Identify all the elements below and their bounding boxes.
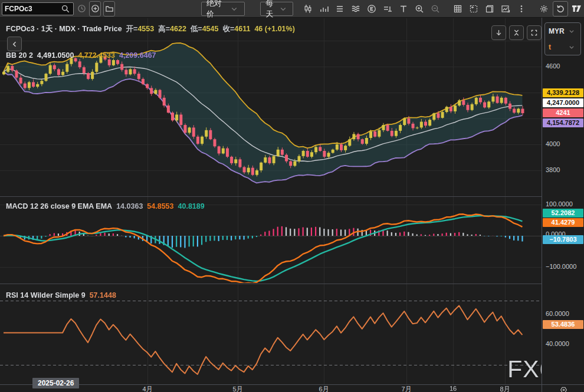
pane-buttons: [491, 25, 542, 40]
scroll-down-button[interactable]: [491, 25, 506, 40]
line-tools-button[interactable]: [349, 2, 363, 16]
chart-application: 绝对价 每天: [0, 0, 584, 392]
time-axis-settings-button[interactable]: [558, 384, 569, 392]
history-clock-button[interactable]: [76, 2, 87, 16]
currency-select[interactable]: MYR: [545, 23, 580, 39]
maximize-icon: [529, 28, 540, 38]
price-mode-select[interactable]: 绝对价: [201, 2, 245, 16]
symbol-legend[interactable]: FCPOc3 · 1天 · MDX · Trade Price 开=4553 高…: [6, 24, 295, 34]
grid-icon: [452, 4, 463, 14]
time-axis-label: 8月: [500, 385, 510, 392]
rsi-value-badge: 53.4836: [543, 320, 583, 329]
price-mode-label: 绝对价: [206, 0, 229, 19]
time-axis[interactable]: 4月5月6月7月168月: [0, 384, 584, 392]
rsi-legend-title: RSI 14 Wilder Simple 9: [6, 291, 86, 299]
zoom-out-icon: [430, 4, 441, 14]
symbol-legend-title: FCPOc3 · 1天 · MDX · Trade Price: [6, 24, 122, 34]
chevron-down-icon: [279, 4, 288, 14]
macd-hist-badge: −10.7803: [543, 235, 583, 244]
gear-icon: [539, 4, 549, 14]
unit-selector-box: MYR t: [544, 22, 581, 55]
rsi-indicator-legend[interactable]: RSI 14 Wilder Simple 9 57.1448: [6, 291, 116, 299]
unit-select[interactable]: t: [545, 39, 580, 55]
symbol-search[interactable]: [2, 2, 74, 15]
bb-basis-value: 4,491.0500: [37, 51, 74, 60]
close-value: 4611: [234, 25, 250, 33]
axis-separator: [542, 385, 542, 392]
copy-chart-button[interactable]: [483, 2, 497, 16]
bar-chart-icon: [319, 4, 329, 14]
search-icon: [60, 4, 71, 14]
folder-icon: [104, 4, 114, 14]
bb-upper-value: 4,772.4533: [78, 51, 115, 60]
snapshot-icon: [468, 4, 479, 14]
axis-tick-label: 4000: [546, 140, 560, 147]
price-axis[interactable]: MYR t 4600400038004,339.21284,247.000042…: [542, 18, 584, 384]
time-axis-label: 16: [450, 385, 457, 392]
text-tool-icon: [398, 4, 409, 14]
low-label: 低=: [191, 25, 202, 33]
bb-upper-price-badge: 4,339.2128: [543, 88, 583, 97]
add-symbol-button[interactable]: [89, 1, 101, 17]
settings-button[interactable]: [537, 2, 551, 16]
circled-e-icon: [366, 4, 377, 14]
zoom-out-button[interactable]: [428, 2, 442, 16]
copy-icon: [484, 4, 495, 14]
arrow-down-icon: [494, 28, 504, 38]
bb-legend-title: BB 20 2: [6, 51, 33, 60]
time-axis-label: 5月: [232, 385, 242, 392]
axis-tick-label: 60.0000: [546, 310, 569, 317]
macd-legend-title: MACD 12 26 close 9 EMA EMA: [6, 202, 112, 210]
axis-tick-label: −100.0000: [546, 263, 576, 270]
snapshot-button[interactable]: [467, 2, 481, 16]
open-value: 4553: [137, 25, 154, 33]
zoom-in-icon: [414, 4, 425, 14]
compare-button[interactable]: [380, 2, 395, 16]
axis-tick-label: 100.0000: [546, 200, 573, 207]
rsi-value: 57.1448: [90, 291, 116, 299]
chevron-down-icon: [566, 42, 577, 52]
indicators-button[interactable]: [317, 2, 331, 16]
high-value: 4622: [170, 25, 186, 33]
tradingview-logo-icon: [572, 4, 582, 14]
layout-list-icon: [334, 4, 345, 14]
symbol-search-input[interactable]: [2, 5, 60, 13]
maximize-pane-button[interactable]: [527, 25, 542, 40]
macd-hist-value: 14.0363: [116, 202, 143, 210]
candlestick-icon: [303, 4, 313, 14]
interval-select[interactable]: 每天: [260, 2, 293, 16]
collapse-pane-button[interactable]: [509, 25, 524, 40]
more-options-button[interactable]: [514, 2, 529, 16]
collapse-legend-button[interactable]: [7, 37, 22, 51]
time-axis-label: 7月: [401, 385, 411, 392]
time-axis-label: 6月: [319, 385, 329, 392]
macd-line-value: 54.8553: [147, 202, 173, 210]
events-button[interactable]: [365, 2, 379, 16]
macd-line-badge: 41.4279: [543, 218, 583, 227]
grid-layout-button[interactable]: [451, 2, 465, 16]
export-chart-icon: [500, 4, 511, 14]
text-tool-button[interactable]: [396, 2, 411, 16]
low-value: 4545: [202, 25, 219, 33]
macd-signal-badge: 52.2082: [543, 209, 583, 218]
watchlist-folder-button[interactable]: [103, 1, 115, 17]
open-label: 开=: [126, 25, 138, 33]
undo-button[interactable]: [553, 1, 568, 17]
chevron-down-icon: [229, 4, 239, 14]
hexagon-settings-icon: [558, 384, 569, 392]
close-label: 收=: [222, 25, 234, 33]
axis-tick-label: 40.0000: [546, 340, 569, 347]
clock-icon: [76, 4, 87, 14]
tradingview-logo[interactable]: [570, 2, 584, 16]
bb-indicator-legend[interactable]: BB 20 2 4,491.0500 4,772.4533 4,209.6467: [6, 51, 156, 60]
templates-button[interactable]: [333, 2, 347, 16]
chevron-down-icon: [566, 26, 577, 37]
crosshair-date-badge: 2025-02-26: [32, 378, 79, 388]
zoom-in-button[interactable]: [412, 2, 426, 16]
last-price-badge: 4241: [543, 108, 583, 117]
chart-style-button[interactable]: [301, 2, 315, 16]
axis-tick-label: 4600: [546, 62, 560, 70]
export-chart-button[interactable]: [498, 2, 513, 16]
currency-label: MYR: [549, 27, 565, 35]
macd-indicator-legend[interactable]: MACD 12 26 close 9 EMA EMA 14.0363 54.85…: [6, 202, 205, 210]
